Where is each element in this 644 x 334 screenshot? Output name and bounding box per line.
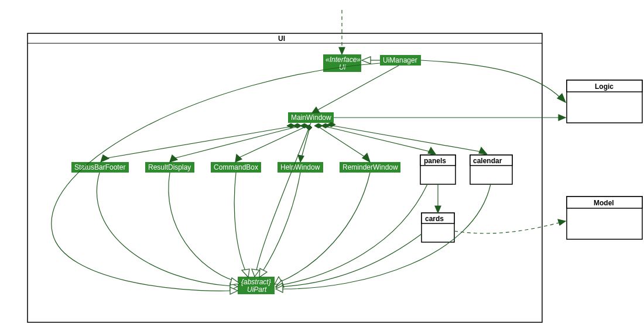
uipart-name: UiPart: [247, 285, 267, 294]
package-cards: cards: [422, 213, 454, 242]
svg-text:StatusBarFooter: StatusBarFooter: [74, 163, 125, 171]
svg-text:panels: panels: [424, 157, 446, 165]
svg-marker-17: [559, 115, 566, 120]
package-model: Model: [567, 197, 642, 239]
svg-text:HelpWindow: HelpWindow: [280, 163, 320, 171]
class-resultdisplay: ResultDisplay: [145, 162, 194, 173]
svg-marker-39: [558, 219, 566, 225]
class-reminderwindow: ReminderWindow: [340, 162, 400, 173]
svg-marker-15: [557, 94, 566, 102]
svg-text:CommandBox: CommandBox: [214, 163, 258, 171]
svg-text:ResultDisplay: ResultDisplay: [148, 163, 191, 171]
class-uipart: {abstract} UiPart: [238, 277, 275, 294]
uimanager-label: UiManager: [383, 56, 417, 64]
package-logic: Logic: [567, 80, 642, 123]
class-helpwindow: HelpWindow: [278, 162, 323, 173]
svg-text:calendar: calendar: [473, 157, 502, 165]
package-logic-label: Logic: [595, 82, 614, 91]
svg-rect-0: [28, 33, 542, 322]
uipart-constraint: {abstract}: [241, 278, 271, 286]
interface-stereotype: «Interface»: [326, 56, 361, 64]
class-commandbox: CommandBox: [211, 162, 261, 173]
package-ui-frame: UI: [28, 33, 542, 322]
package-model-label: Model: [594, 199, 614, 207]
edge-top-dependency: [339, 10, 345, 54]
package-panels: panels: [420, 155, 455, 184]
package-ui-label: UI: [278, 35, 285, 43]
package-calendar: calendar: [470, 155, 512, 184]
class-uimanager: UiManager: [380, 55, 421, 66]
svg-text:cards: cards: [425, 215, 444, 223]
uml-diagram: UI Logic Model «Interface» Ui UiManager …: [0, 0, 644, 334]
mainwindow-label: MainWindow: [291, 113, 331, 122]
svg-text:ReminderWindow: ReminderWindow: [342, 163, 398, 171]
class-mainwindow: MainWindow: [288, 112, 334, 123]
